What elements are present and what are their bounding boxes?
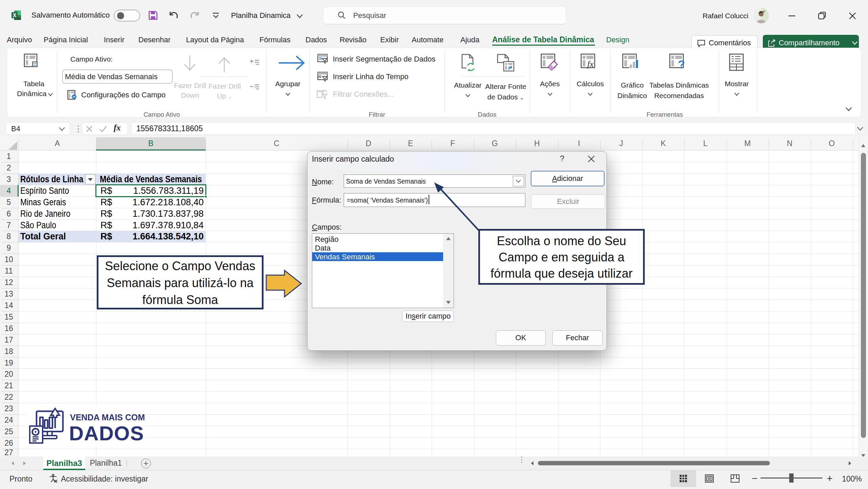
svg-text:?: ? [678, 58, 685, 71]
svg-text:X: X [13, 13, 17, 18]
svg-text:fx: fx [587, 59, 594, 69]
